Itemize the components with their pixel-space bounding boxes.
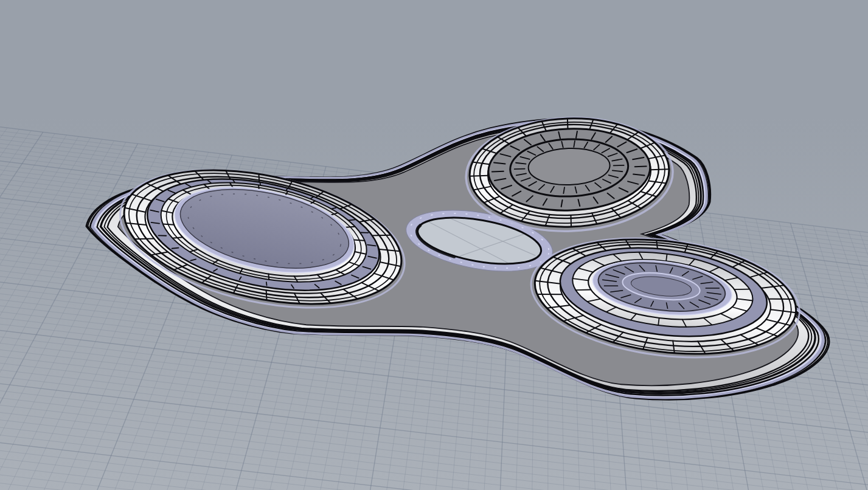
viewport-canvas[interactable] [0, 0, 868, 490]
spinner-model[interactable] [86, 114, 829, 399]
viewport[interactable] [0, 0, 868, 490]
